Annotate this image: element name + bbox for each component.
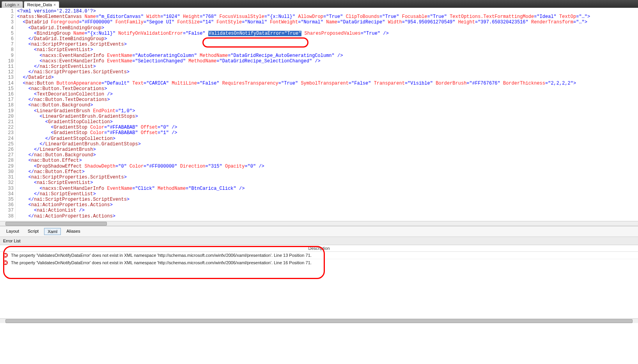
line-number-gutter: 1234567891011121314151617181920212223242…: [0, 8, 16, 219]
scrollbar-thumb[interactable]: [5, 319, 633, 323]
code-area[interactable]: <?xml version='2.22.184.0'?> <natss:NeoE…: [16, 8, 638, 221]
error-message: The property 'ValidatesOnNotifyDataError…: [11, 260, 312, 265]
editor-view-tabs: Layout Script Xaml Aliases: [0, 226, 638, 237]
error-icon: [3, 260, 8, 265]
tab-aliases[interactable]: Aliases: [63, 228, 83, 235]
error-list-column-header: Description: [0, 245, 638, 252]
close-icon[interactable]: ×: [17, 3, 19, 7]
tab-layout[interactable]: Layout: [3, 228, 22, 235]
error-icon: [3, 253, 8, 258]
error-list: Description The property 'ValidatesOnNot…: [0, 245, 638, 323]
tab-label: Recipe_Data: [27, 2, 52, 7]
document-tabbar: Login × Recipe_Data ×: [0, 0, 638, 8]
error-message: The property 'ValidatesOnNotifyDataError…: [11, 253, 312, 258]
tab-label: Login: [5, 2, 16, 7]
error-row[interactable]: The property 'ValidatesOnNotifyDataError…: [0, 259, 638, 266]
tab-xaml[interactable]: Xaml: [44, 228, 61, 235]
error-list-title: Error List: [0, 237, 638, 245]
tab-script[interactable]: Script: [25, 228, 42, 235]
close-icon[interactable]: ×: [53, 3, 56, 7]
code-editor[interactable]: 1234567891011121314151617181920212223242…: [0, 8, 638, 226]
horizontal-scrollbar[interactable]: [0, 318, 638, 323]
horizontal-scrollbar[interactable]: [0, 221, 638, 226]
tab-recipe-data[interactable]: Recipe_Data ×: [24, 1, 59, 8]
tab-login[interactable]: Login ×: [2, 1, 23, 8]
scrollbar-thumb[interactable]: [5, 222, 107, 226]
error-row[interactable]: The property 'ValidatesOnNotifyDataError…: [0, 252, 638, 259]
